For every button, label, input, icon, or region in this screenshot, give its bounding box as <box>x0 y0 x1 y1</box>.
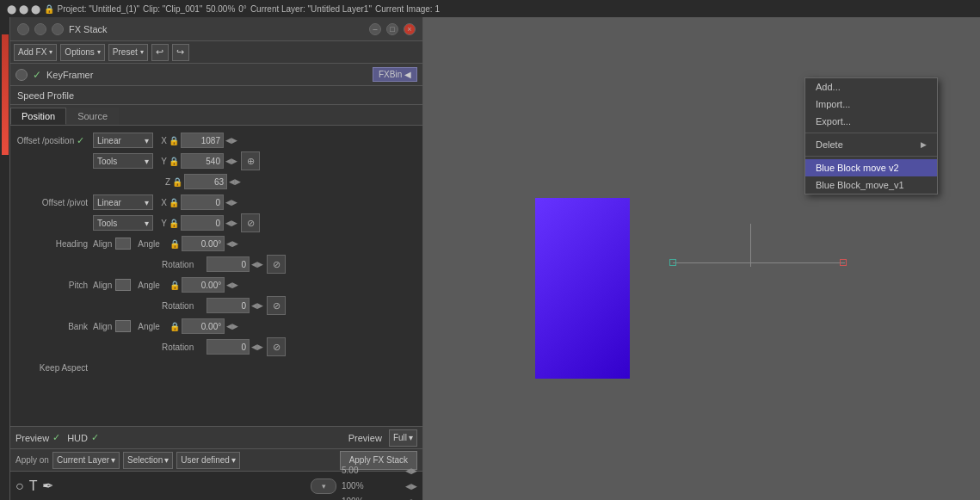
toggle-circle[interactable] <box>15 69 28 81</box>
fxbin-button[interactable]: FXBin ◀ <box>373 67 417 82</box>
preview-right-label: Preview <box>348 433 382 443</box>
px-input[interactable] <box>181 194 224 210</box>
px-arrows[interactable]: ◀▶ <box>225 198 237 207</box>
pivot-interp2: Tools ▾ <box>93 215 153 231</box>
tools-arrow: ▾ <box>145 157 149 166</box>
marker-left-handle[interactable] <box>669 259 676 266</box>
preset-dropdown[interactable]: Preset ▾ <box>108 44 148 61</box>
undo-button[interactable]: ↩ <box>151 44 169 61</box>
val-row-1: 5.00 ◀▶ <box>342 463 417 478</box>
full-dropdown[interactable]: Full ▾ <box>389 429 417 447</box>
tool-icon-1[interactable]: ○ <box>15 478 24 494</box>
rotation-label-heading: Rotation <box>162 260 205 269</box>
pos-icon-btn[interactable]: ⊕ <box>241 151 260 170</box>
ctx-blue-move-v1[interactable]: Blue Block_move_v1 <box>805 176 937 194</box>
x-arrows[interactable]: ◀▶ <box>225 136 237 145</box>
ctx-export[interactable]: Export... <box>805 113 937 130</box>
py-input[interactable] <box>181 215 224 231</box>
bottom-toolbar: Preview ✓ HUD ✓ Preview Full ▾ <box>10 426 422 448</box>
redo-button[interactable]: ↪ <box>172 44 189 61</box>
pitch-angle-lock: 🔒 <box>169 281 180 290</box>
ctx-add[interactable]: Add... <box>805 78 937 96</box>
ctx-import-label: Import... <box>816 99 850 109</box>
bank-angle-arrows[interactable]: ◀▶ <box>226 322 238 330</box>
pivot-icon-btn[interactable]: ⊘ <box>241 213 260 232</box>
marker-vertical-line <box>750 224 751 267</box>
y-input[interactable] <box>181 153 224 169</box>
pitch-rotation-input[interactable] <box>206 298 250 313</box>
minimize-button[interactable]: – <box>369 23 381 35</box>
ctx-blue-move-v2-label: Blue Block move v2 <box>816 163 899 173</box>
offset-pos-linear1[interactable]: Linear ▾ <box>93 133 153 148</box>
bank-rotation-input[interactable] <box>206 339 250 355</box>
bank-angle-input[interactable] <box>182 318 225 334</box>
heading-icon-btn[interactable]: ⊘ <box>267 255 286 274</box>
px-lock: 🔒 <box>169 198 179 207</box>
ctx-import[interactable]: Import... <box>805 96 937 113</box>
rotation-label-pitch: Rotation <box>162 301 205 311</box>
blue-rectangle[interactable] <box>535 198 630 379</box>
options-dropdown[interactable]: Options ▾ <box>60 44 104 61</box>
maximize-button[interactable]: □ <box>386 23 398 35</box>
heading-angle-lock: 🔒 <box>169 239 180 249</box>
heading-rotation-arrows[interactable]: ◀▶ <box>251 260 263 269</box>
pitch-row: Pitch Align Angle 🔒 ◀▶ <box>15 275 417 294</box>
bank-rotation-arrows[interactable]: ◀▶ <box>251 343 263 351</box>
preset-label: Preset <box>113 47 138 57</box>
bank-icon-btn[interactable]: ⊘ <box>267 337 286 356</box>
heading-angle-arrows[interactable]: ◀▶ <box>226 239 238 248</box>
current-layer-dropdown[interactable]: Current Layer ▾ <box>52 452 120 469</box>
val-row-2: 100% ◀▶ <box>342 478 417 494</box>
z-input[interactable] <box>184 174 227 189</box>
pitch-icon-btn[interactable]: ⊘ <box>267 296 286 315</box>
selection-dropdown[interactable]: Selection ▾ <box>123 452 173 469</box>
current-layer-arrow: ▾ <box>111 455 115 465</box>
rotation-info: 0° <box>238 4 247 14</box>
heading-angle-input[interactable] <box>182 236 225 251</box>
py-arrows[interactable]: ◀▶ <box>225 219 237 227</box>
pivot-x-group: X 🔒 ◀▶ <box>157 194 237 210</box>
heading-toggle[interactable] <box>115 238 131 250</box>
offset-pos-interp1: Linear ▾ <box>93 133 153 148</box>
rotation-label-bank: Rotation <box>162 343 205 352</box>
offset-pos-check: ✓ <box>77 135 84 145</box>
ctx-delete-arrow: ▶ <box>921 140 927 149</box>
pitch-angle-arrows[interactable]: ◀▶ <box>226 281 238 289</box>
z-arrows[interactable]: ◀▶ <box>229 177 241 186</box>
heading-rotation-group: Rotation ◀▶ <box>162 256 263 272</box>
window-dot-1[interactable] <box>17 23 29 35</box>
bank-toggle[interactable] <box>115 320 131 332</box>
add-fx-dropdown[interactable]: Add FX ▾ <box>14 44 57 61</box>
pivot-tools[interactable]: Tools ▾ <box>93 215 153 231</box>
close-button[interactable]: × <box>404 23 416 35</box>
offset-pos-interp2: Tools ▾ <box>93 153 153 169</box>
toolbar-row: Add FX ▾ Options ▾ Preset ▾ ↩ ↪ <box>10 41 422 64</box>
window-dot-2[interactable] <box>34 23 46 35</box>
val-3-arrows[interactable]: ◀▶ <box>405 497 417 501</box>
marker-right-handle[interactable] <box>840 259 847 266</box>
offset-pos-tools[interactable]: Tools ▾ <box>93 153 153 169</box>
x-input[interactable] <box>181 133 224 148</box>
user-defined-dropdown[interactable]: User defined ▾ <box>176 452 240 469</box>
heading-rotation-input[interactable] <box>206 256 250 272</box>
window-dot-3[interactable] <box>52 23 64 35</box>
tool-icon-3[interactable]: ✒ <box>42 478 53 494</box>
val-1-arrows[interactable]: ◀▶ <box>405 466 417 475</box>
val-2-arrows[interactable]: ◀▶ <box>405 482 417 491</box>
tabs-row: Position Source <box>10 105 422 126</box>
px-label: X <box>157 198 167 207</box>
pitch-rotation-arrows[interactable]: ◀▶ <box>251 301 263 310</box>
y-arrows[interactable]: ◀▶ <box>225 157 237 165</box>
bank-rotation-row: Rotation ◀▶ ⊘ <box>15 337 417 356</box>
ctx-blue-move-v2[interactable]: Blue Block move v2 <box>805 159 937 176</box>
pitch-toggle[interactable] <box>115 279 131 291</box>
pivot-linear[interactable]: Linear ▾ <box>93 194 153 210</box>
offset-pivot-tools-row: Tools ▾ Y 🔒 ◀▶ ⊘ <box>15 213 417 232</box>
tool-icon-2[interactable]: T <box>29 478 38 494</box>
toggle-switch[interactable]: ▾ <box>311 478 336 494</box>
tab-position[interactable]: Position <box>10 108 66 125</box>
val-1: 5.00 <box>342 466 358 475</box>
pitch-angle-input[interactable] <box>182 277 225 293</box>
tab-source[interactable]: Source <box>66 108 119 125</box>
ctx-delete[interactable]: Delete ▶ <box>805 136 937 153</box>
